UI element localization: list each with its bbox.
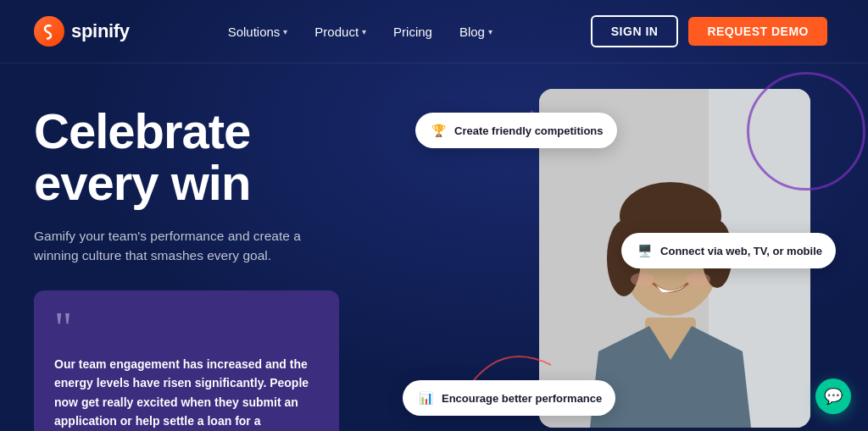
svg-point-16 bbox=[631, 273, 654, 286]
chart-icon: 📊 bbox=[416, 389, 435, 407]
quote-mark: " bbox=[54, 311, 319, 346]
demo-button[interactable]: REQUEST DEMO bbox=[688, 17, 827, 46]
logo[interactable]: spinify bbox=[34, 16, 130, 47]
quote-text: Our team engagement has increased and th… bbox=[54, 355, 319, 431]
circle-decoration bbox=[747, 72, 865, 191]
trophy-icon: 🏆 bbox=[429, 121, 448, 140]
hero-right: 🏆 Create friendly competitions 🖥️ Connec… bbox=[390, 97, 827, 431]
nav-blog[interactable]: Blog ▾ bbox=[449, 19, 503, 44]
hero-left: Celebrate every win Gamify your team's p… bbox=[34, 97, 390, 431]
chip-performance: 📊 Encourage better performance bbox=[403, 380, 615, 416]
nav-solutions[interactable]: Solutions ▾ bbox=[218, 19, 298, 44]
quote-block: " Our team engagement has increased and … bbox=[34, 290, 339, 431]
header: spinify Solutions ▾ Product ▾ Pricing Bl… bbox=[0, 0, 868, 64]
chip-connect: 🖥️ Connect via web, TV, or mobile bbox=[621, 233, 836, 268]
nav-pricing[interactable]: Pricing bbox=[383, 19, 442, 44]
chat-icon: 💬 bbox=[824, 387, 843, 406]
hero-subtitle: Gamify your team's performance and creat… bbox=[34, 226, 305, 266]
chip-competitions: 🏆 Create friendly competitions bbox=[415, 113, 617, 148]
chat-bubble[interactable]: 💬 bbox=[815, 379, 851, 414]
svg-point-17 bbox=[687, 273, 710, 286]
logo-icon bbox=[34, 16, 64, 47]
nav-product[interactable]: Product ▾ bbox=[304, 19, 376, 44]
main-nav: Solutions ▾ Product ▾ Pricing Blog ▾ bbox=[218, 19, 503, 44]
header-actions: SIGN IN REQUEST DEMO bbox=[591, 15, 827, 47]
chevron-down-icon: ▾ bbox=[362, 27, 366, 36]
chevron-down-icon: ▾ bbox=[283, 27, 287, 36]
chevron-down-icon: ▾ bbox=[488, 27, 492, 36]
main-content: Celebrate every win Gamify your team's p… bbox=[0, 64, 868, 431]
hero-headline: Celebrate every win bbox=[34, 106, 390, 209]
signin-button[interactable]: SIGN IN bbox=[591, 15, 679, 47]
logo-text: spinify bbox=[71, 20, 130, 42]
monitor-icon: 🖥️ bbox=[635, 241, 654, 260]
